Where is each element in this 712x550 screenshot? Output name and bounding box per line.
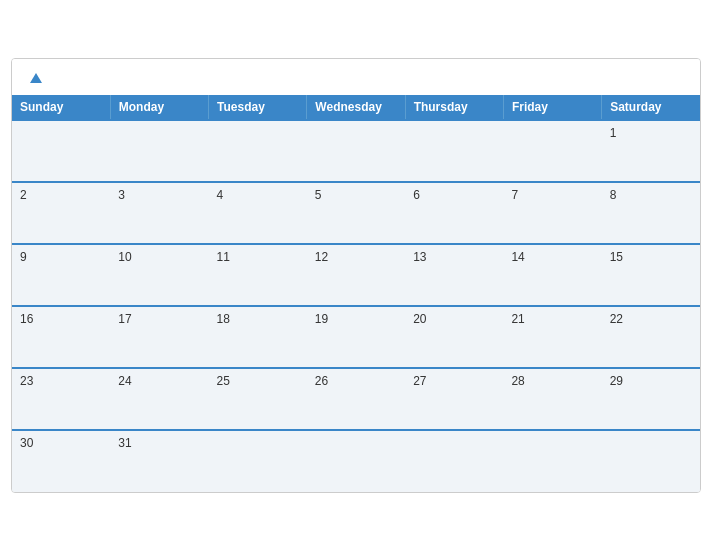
day-number: 15	[610, 250, 623, 264]
calendar-day-9: 9	[12, 244, 110, 306]
day-number: 8	[610, 188, 617, 202]
calendar-day-18: 18	[209, 306, 307, 368]
day-number: 27	[413, 374, 426, 388]
calendar-day-2: 2	[12, 182, 110, 244]
calendar-week-row: 1	[12, 120, 700, 182]
day-number: 16	[20, 312, 33, 326]
calendar-day-22: 22	[602, 306, 700, 368]
calendar-day-11: 11	[209, 244, 307, 306]
day-number: 7	[511, 188, 518, 202]
day-number: 21	[511, 312, 524, 326]
logo-area	[28, 69, 42, 87]
day-number: 3	[118, 188, 125, 202]
day-number: 13	[413, 250, 426, 264]
calendar-day-21: 21	[503, 306, 601, 368]
calendar-container: SundayMondayTuesdayWednesdayThursdayFrid…	[11, 58, 701, 493]
day-number: 5	[315, 188, 322, 202]
calendar-day-27: 27	[405, 368, 503, 430]
day-number: 11	[217, 250, 230, 264]
calendar-day-empty	[307, 120, 405, 182]
calendar-day-29: 29	[602, 368, 700, 430]
logo-triangle-icon	[30, 73, 42, 83]
calendar-header	[12, 59, 700, 95]
day-number: 17	[118, 312, 131, 326]
logo-general	[28, 69, 42, 87]
calendar-day-empty	[12, 120, 110, 182]
weekday-header-monday: Monday	[110, 95, 208, 120]
calendar-week-row: 3031	[12, 430, 700, 492]
calendar-day-6: 6	[405, 182, 503, 244]
calendar-day-empty	[405, 430, 503, 492]
calendar-week-row: 16171819202122	[12, 306, 700, 368]
calendar-day-7: 7	[503, 182, 601, 244]
day-number: 1	[610, 126, 617, 140]
calendar-day-12: 12	[307, 244, 405, 306]
weekday-header-friday: Friday	[503, 95, 601, 120]
day-number: 9	[20, 250, 27, 264]
weekday-header-wednesday: Wednesday	[307, 95, 405, 120]
weekday-header-thursday: Thursday	[405, 95, 503, 120]
day-number: 23	[20, 374, 33, 388]
calendar-day-empty	[405, 120, 503, 182]
calendar-day-17: 17	[110, 306, 208, 368]
day-number: 6	[413, 188, 420, 202]
calendar-day-26: 26	[307, 368, 405, 430]
day-number: 29	[610, 374, 623, 388]
day-number: 26	[315, 374, 328, 388]
day-number: 14	[511, 250, 524, 264]
calendar-day-14: 14	[503, 244, 601, 306]
day-number: 22	[610, 312, 623, 326]
day-number: 2	[20, 188, 27, 202]
calendar-day-19: 19	[307, 306, 405, 368]
day-number: 31	[118, 436, 131, 450]
weekday-header-row: SundayMondayTuesdayWednesdayThursdayFrid…	[12, 95, 700, 120]
calendar-day-10: 10	[110, 244, 208, 306]
calendar-day-1: 1	[602, 120, 700, 182]
weekday-header-sunday: Sunday	[12, 95, 110, 120]
day-number: 28	[511, 374, 524, 388]
day-number: 30	[20, 436, 33, 450]
calendar-day-23: 23	[12, 368, 110, 430]
calendar-day-empty	[602, 430, 700, 492]
calendar-day-24: 24	[110, 368, 208, 430]
calendar-day-25: 25	[209, 368, 307, 430]
weekday-header-saturday: Saturday	[602, 95, 700, 120]
calendar-day-5: 5	[307, 182, 405, 244]
weekday-header-tuesday: Tuesday	[209, 95, 307, 120]
day-number: 10	[118, 250, 131, 264]
day-number: 18	[217, 312, 230, 326]
calendar-day-15: 15	[602, 244, 700, 306]
calendar-day-30: 30	[12, 430, 110, 492]
calendar-week-row: 9101112131415	[12, 244, 700, 306]
day-number: 19	[315, 312, 328, 326]
calendar-day-empty	[503, 120, 601, 182]
day-number: 24	[118, 374, 131, 388]
day-number: 4	[217, 188, 224, 202]
day-number: 12	[315, 250, 328, 264]
calendar-day-13: 13	[405, 244, 503, 306]
calendar-day-empty	[503, 430, 601, 492]
calendar-day-empty	[209, 120, 307, 182]
calendar-day-8: 8	[602, 182, 700, 244]
calendar-day-16: 16	[12, 306, 110, 368]
day-number: 20	[413, 312, 426, 326]
calendar-day-31: 31	[110, 430, 208, 492]
calendar-day-empty	[110, 120, 208, 182]
calendar-day-28: 28	[503, 368, 601, 430]
calendar-day-empty	[209, 430, 307, 492]
calendar-day-4: 4	[209, 182, 307, 244]
calendar-table: SundayMondayTuesdayWednesdayThursdayFrid…	[12, 95, 700, 492]
calendar-day-empty	[307, 430, 405, 492]
day-number: 25	[217, 374, 230, 388]
calendar-week-row: 23242526272829	[12, 368, 700, 430]
calendar-day-3: 3	[110, 182, 208, 244]
calendar-week-row: 2345678	[12, 182, 700, 244]
calendar-day-20: 20	[405, 306, 503, 368]
